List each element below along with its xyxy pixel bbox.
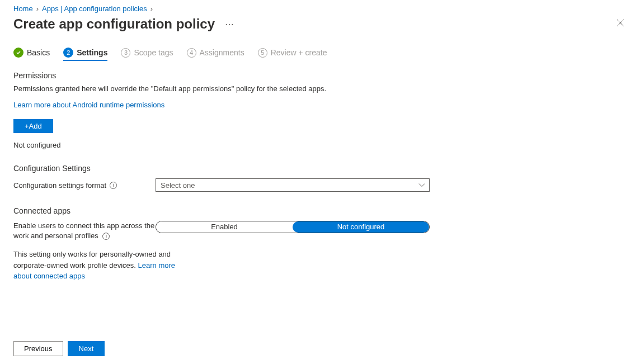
close-button[interactable]	[614, 17, 627, 31]
page-title: Create app configuration policy	[13, 16, 215, 32]
info-icon[interactable]: i	[110, 182, 117, 189]
title-row: Create app configuration policy ⋯	[13, 16, 627, 32]
step-label: Settings	[77, 48, 107, 57]
step-label: Basics	[27, 48, 50, 57]
connected-apps-note: This setting only works for personally-o…	[13, 249, 181, 282]
config-settings-header: Configuration Settings	[13, 164, 627, 173]
step-number-icon: 5	[258, 48, 267, 58]
check-icon	[13, 48, 23, 58]
step-number-icon: 2	[63, 48, 73, 58]
permissions-status: Not configured	[13, 141, 627, 149]
chevron-right-icon: ›	[36, 4, 39, 13]
info-icon[interactable]: i	[102, 233, 110, 240]
more-actions-button[interactable]: ⋯	[223, 18, 236, 31]
step-number-icon: 4	[187, 48, 196, 58]
next-button[interactable]: Next	[68, 341, 105, 356]
permissions-learn-link[interactable]: Learn more about Android runtime permiss…	[13, 101, 164, 109]
step-label: Scope tags	[134, 48, 173, 57]
step-settings[interactable]: 2 Settings	[63, 48, 107, 61]
connected-apps-toggle: Enabled Not configured	[156, 221, 430, 233]
step-scope-tags[interactable]: 3 Scope tags	[121, 48, 173, 61]
breadcrumb: Home › Apps | App configuration policies…	[13, 4, 627, 13]
connected-apps-header: Connected apps	[13, 206, 627, 215]
config-format-value: Select one	[161, 181, 195, 190]
breadcrumb-apps[interactable]: Apps | App configuration policies	[42, 4, 147, 13]
step-number-icon: 3	[121, 48, 130, 58]
previous-button[interactable]: Previous	[13, 341, 63, 356]
step-basics[interactable]: Basics	[13, 48, 50, 61]
permissions-header: Permissions	[13, 71, 627, 80]
config-format-select[interactable]: Select one	[156, 178, 430, 192]
step-label: Review + create	[271, 48, 327, 57]
connected-enable-label: Enable users to connect this app across …	[13, 221, 154, 240]
permissions-description: Permissions granted here will override t…	[13, 84, 627, 93]
wizard-footer: Previous Next	[13, 334, 627, 356]
toggle-enabled-option[interactable]: Enabled	[156, 221, 293, 233]
add-permission-button[interactable]: +Add	[13, 119, 53, 133]
step-review-create[interactable]: 5 Review + create	[258, 48, 327, 61]
wizard-steps: Basics 2 Settings 3 Scope tags 4 Assignm…	[13, 48, 627, 61]
step-assignments[interactable]: 4 Assignments	[187, 48, 244, 61]
chevron-right-icon: ›	[150, 4, 153, 13]
step-label: Assignments	[200, 48, 244, 57]
breadcrumb-home[interactable]: Home	[13, 4, 33, 13]
toggle-not-configured-option[interactable]: Not configured	[293, 221, 429, 233]
connected-apps-row: Enable users to connect this app across …	[13, 221, 627, 241]
config-format-row: Configuration settings format i Select o…	[13, 178, 627, 192]
config-format-label: Configuration settings format	[13, 181, 106, 190]
